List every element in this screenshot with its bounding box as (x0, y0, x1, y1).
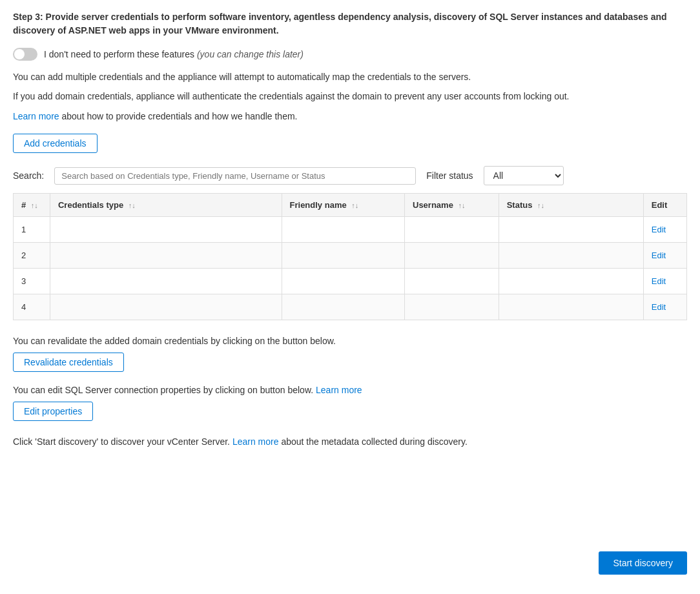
add-credentials-button[interactable]: Add credentials (13, 134, 98, 153)
table-row: 1 Edit (14, 217, 687, 243)
cell-num-1: 1 (14, 217, 50, 243)
info-text-1: You can add multiple credentials and the… (13, 70, 687, 84)
sort-icon-friendly: ↑↓ (351, 201, 358, 209)
revalidate-section: You can revalidate the added domain cred… (13, 336, 687, 372)
learn-more-row: Learn more about how to provide credenti… (13, 109, 687, 123)
revalidate-text: You can revalidate the added domain cred… (13, 336, 687, 346)
cell-username-4 (405, 294, 499, 320)
edit-link-3[interactable]: Edit (652, 276, 666, 286)
learn-more-link-credentials[interactable]: Learn more (13, 111, 59, 121)
cell-cred-type-2 (50, 243, 282, 269)
edit-properties-text: You can edit SQL Server connection prope… (13, 385, 687, 395)
cell-status-3 (499, 269, 643, 294)
learn-more-suffix: about how to provide credentials and how… (59, 111, 298, 121)
cell-friendly-2 (282, 243, 404, 269)
info-text-2: If you add domain credentials, appliance… (13, 89, 687, 103)
th-friendly-name[interactable]: Friendly name ↑↓ (282, 194, 404, 217)
cell-edit-2: Edit (643, 243, 686, 269)
sort-icon-username: ↑↓ (458, 201, 466, 209)
learn-more-link-sql[interactable]: Learn more (316, 385, 362, 395)
edit-link-1[interactable]: Edit (652, 225, 666, 234)
table-row: 2 Edit (14, 243, 687, 269)
start-discovery-row: Start discovery (599, 551, 687, 581)
cell-status-2 (499, 243, 643, 269)
table-row: 4 Edit (14, 294, 687, 320)
th-status[interactable]: Status ↑↓ (499, 194, 643, 217)
revalidate-credentials-button[interactable]: Revalidate credentials (13, 353, 124, 372)
cell-num-3: 3 (14, 269, 50, 294)
cell-friendly-3 (282, 269, 404, 294)
toggle-switch[interactable] (13, 48, 37, 61)
sort-icon-status: ↑↓ (537, 201, 544, 209)
search-input[interactable] (54, 167, 416, 185)
cell-status-4 (499, 294, 643, 320)
cell-num-2: 2 (14, 243, 50, 269)
cell-edit-1: Edit (643, 217, 686, 243)
cell-edit-4: Edit (643, 294, 686, 320)
cell-num-4: 4 (14, 294, 50, 320)
th-number[interactable]: # ↑↓ (14, 194, 50, 217)
sort-icon-cred-type: ↑↓ (129, 201, 136, 209)
cell-edit-3: Edit (643, 269, 686, 294)
cell-cred-type-4 (50, 294, 282, 320)
toggle-track (13, 48, 37, 61)
cell-friendly-4 (282, 294, 404, 320)
cell-username-1 (405, 217, 499, 243)
learn-more-link-discovery[interactable]: Learn more (232, 436, 279, 447)
cell-username-3 (405, 269, 499, 294)
toggle-row: I don't need to perform these features (… (13, 48, 687, 61)
th-credentials-type[interactable]: Credentials type ↑↓ (50, 194, 282, 217)
table-row: 3 Edit (14, 269, 687, 294)
filter-status-select[interactable]: All Valid Invalid Not validated (484, 166, 564, 185)
search-filter-row: Search: Filter status All Valid Invalid … (13, 166, 687, 185)
cell-cred-type-1 (50, 217, 282, 243)
click-start-row: Click 'Start discovery' to discover your… (13, 436, 687, 447)
start-discovery-button[interactable]: Start discovery (599, 551, 687, 575)
sort-icon-number: ↑↓ (31, 201, 38, 209)
edit-link-2[interactable]: Edit (652, 251, 666, 260)
search-label: Search: (13, 170, 44, 181)
th-username[interactable]: Username ↑↓ (405, 194, 499, 217)
toggle-label: I don't need to perform these features (… (44, 49, 304, 59)
th-edit: Edit (643, 194, 686, 217)
table-header-row: # ↑↓ Credentials type ↑↓ Friendly name ↑… (14, 194, 687, 217)
cell-friendly-1 (282, 217, 404, 243)
cell-username-2 (405, 243, 499, 269)
filter-status-label: Filter status (426, 170, 473, 181)
edit-link-4[interactable]: Edit (652, 302, 666, 312)
credentials-table: # ↑↓ Credentials type ↑↓ Friendly name ↑… (13, 193, 687, 320)
cell-cred-type-3 (50, 269, 282, 294)
edit-properties-button[interactable]: Edit properties (13, 402, 93, 421)
step-heading: Step 3: Provide server credentials to pe… (13, 10, 687, 37)
cell-status-1 (499, 217, 643, 243)
edit-properties-section: You can edit SQL Server connection prope… (13, 385, 687, 421)
